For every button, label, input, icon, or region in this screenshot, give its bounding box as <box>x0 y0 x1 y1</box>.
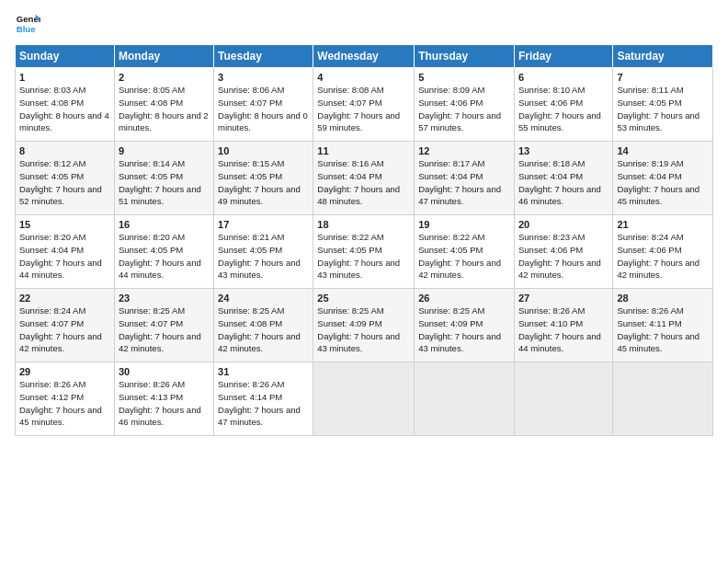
day-cell-17: 17Sunrise: 8:21 AMSunset: 4:05 PMDayligh… <box>214 215 313 289</box>
calendar-header-row: SundayMondayTuesdayWednesdayThursdayFrid… <box>16 45 713 68</box>
page: General Blue SundayMondayTuesdayWednesda… <box>0 0 728 563</box>
day-cell-7: 7Sunrise: 8:11 AMSunset: 4:05 PMDaylight… <box>613 68 713 142</box>
col-header-wednesday: Wednesday <box>313 45 415 68</box>
empty-cell <box>313 362 415 436</box>
day-cell-11: 11Sunrise: 8:16 AMSunset: 4:04 PMDayligh… <box>313 142 415 215</box>
day-cell-14: 14Sunrise: 8:19 AMSunset: 4:04 PMDayligh… <box>613 142 713 215</box>
logo: General Blue <box>15 11 44 37</box>
empty-cell <box>613 362 713 436</box>
day-cell-24: 24Sunrise: 8:25 AMSunset: 4:08 PMDayligh… <box>214 289 313 362</box>
day-cell-22: 22Sunrise: 8:24 AMSunset: 4:07 PMDayligh… <box>16 289 115 362</box>
calendar-week-2: 8Sunrise: 8:12 AMSunset: 4:05 PMDaylight… <box>16 142 713 215</box>
day-cell-2: 2Sunrise: 8:05 AMSunset: 4:08 PMDaylight… <box>114 68 213 142</box>
svg-text:Blue: Blue <box>17 24 36 34</box>
day-cell-4: 4Sunrise: 8:08 AMSunset: 4:07 PMDaylight… <box>313 68 415 142</box>
day-cell-20: 20Sunrise: 8:23 AMSunset: 4:06 PMDayligh… <box>514 215 612 289</box>
day-cell-23: 23Sunrise: 8:25 AMSunset: 4:07 PMDayligh… <box>114 289 213 362</box>
day-cell-18: 18Sunrise: 8:22 AMSunset: 4:05 PMDayligh… <box>313 215 415 289</box>
col-header-thursday: Thursday <box>415 45 515 68</box>
calendar-week-5: 29Sunrise: 8:26 AMSunset: 4:12 PMDayligh… <box>16 362 713 436</box>
day-cell-15: 15Sunrise: 8:20 AMSunset: 4:04 PMDayligh… <box>16 215 115 289</box>
empty-cell <box>415 362 515 436</box>
day-cell-28: 28Sunrise: 8:26 AMSunset: 4:11 PMDayligh… <box>613 289 713 362</box>
day-cell-21: 21Sunrise: 8:24 AMSunset: 4:06 PMDayligh… <box>613 215 713 289</box>
day-cell-3: 3Sunrise: 8:06 AMSunset: 4:07 PMDaylight… <box>214 68 313 142</box>
day-cell-8: 8Sunrise: 8:12 AMSunset: 4:05 PMDaylight… <box>16 142 115 215</box>
col-header-sunday: Sunday <box>16 45 115 68</box>
calendar-week-3: 15Sunrise: 8:20 AMSunset: 4:04 PMDayligh… <box>16 215 713 289</box>
day-cell-9: 9Sunrise: 8:14 AMSunset: 4:05 PMDaylight… <box>114 142 213 215</box>
col-header-saturday: Saturday <box>613 45 713 68</box>
calendar-body: 1Sunrise: 8:03 AMSunset: 4:08 PMDaylight… <box>16 68 713 436</box>
header: General Blue <box>15 11 713 37</box>
empty-cell <box>514 362 612 436</box>
day-cell-19: 19Sunrise: 8:22 AMSunset: 4:05 PMDayligh… <box>415 215 515 289</box>
day-cell-27: 27Sunrise: 8:26 AMSunset: 4:10 PMDayligh… <box>514 289 612 362</box>
calendar-week-1: 1Sunrise: 8:03 AMSunset: 4:08 PMDaylight… <box>16 68 713 142</box>
day-cell-10: 10Sunrise: 8:15 AMSunset: 4:05 PMDayligh… <box>214 142 313 215</box>
logo-icon: General Blue <box>15 11 40 37</box>
calendar-table: SundayMondayTuesdayWednesdayThursdayFrid… <box>15 44 713 436</box>
day-cell-29: 29Sunrise: 8:26 AMSunset: 4:12 PMDayligh… <box>16 362 115 436</box>
col-header-friday: Friday <box>514 45 612 68</box>
day-cell-30: 30Sunrise: 8:26 AMSunset: 4:13 PMDayligh… <box>114 362 213 436</box>
day-cell-1: 1Sunrise: 8:03 AMSunset: 4:08 PMDaylight… <box>16 68 115 142</box>
day-cell-26: 26Sunrise: 8:25 AMSunset: 4:09 PMDayligh… <box>415 289 515 362</box>
calendar-week-4: 22Sunrise: 8:24 AMSunset: 4:07 PMDayligh… <box>16 289 713 362</box>
day-cell-5: 5Sunrise: 8:09 AMSunset: 4:06 PMDaylight… <box>415 68 515 142</box>
day-cell-31: 31Sunrise: 8:26 AMSunset: 4:14 PMDayligh… <box>214 362 313 436</box>
day-cell-25: 25Sunrise: 8:25 AMSunset: 4:09 PMDayligh… <box>313 289 415 362</box>
day-cell-13: 13Sunrise: 8:18 AMSunset: 4:04 PMDayligh… <box>514 142 612 215</box>
day-cell-6: 6Sunrise: 8:10 AMSunset: 4:06 PMDaylight… <box>514 68 612 142</box>
col-header-tuesday: Tuesday <box>214 45 313 68</box>
day-cell-12: 12Sunrise: 8:17 AMSunset: 4:04 PMDayligh… <box>415 142 515 215</box>
day-cell-16: 16Sunrise: 8:20 AMSunset: 4:05 PMDayligh… <box>114 215 213 289</box>
col-header-monday: Monday <box>114 45 213 68</box>
